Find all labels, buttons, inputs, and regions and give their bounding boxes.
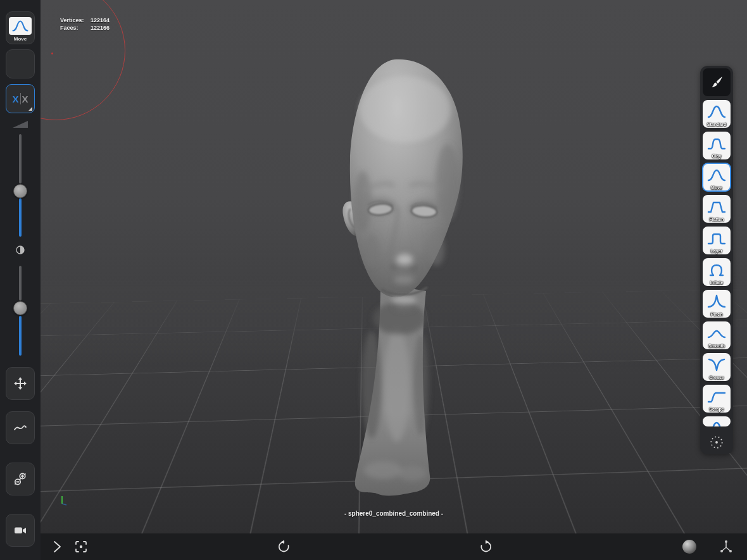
paintbrush-icon — [709, 75, 724, 90]
stroke-curve-icon — [13, 420, 28, 435]
brush-intensity-slider[interactable] — [19, 266, 22, 356]
intensity-slider-track-upper[interactable] — [19, 266, 22, 301]
add-subtract-button[interactable] — [6, 463, 35, 495]
left-toolbar: Move X X — [0, 0, 41, 560]
matcap-material-sphere[interactable] — [682, 540, 696, 554]
empty-tool-slot[interactable] — [6, 49, 35, 78]
tool-label: Clay — [703, 154, 731, 158]
symmetry-x-active: X — [12, 94, 18, 104]
stamp-toggle-button[interactable] — [703, 433, 731, 452]
camera-button[interactable] — [6, 514, 35, 547]
focus-frame-icon[interactable] — [73, 539, 89, 554]
active-tool-button[interactable]: Move — [6, 11, 35, 44]
camera-icon — [13, 523, 28, 538]
brush-radius-cursor — [41, 0, 125, 120]
expand-chevron-icon[interactable] — [49, 539, 65, 554]
radius-slider-track-lower[interactable] — [19, 198, 22, 237]
active-tool-label: Move — [14, 36, 27, 42]
tool-palette: Standard Clay Move Flatten Layer Inflate… — [700, 66, 733, 454]
tool-layer[interactable]: Layer — [703, 227, 731, 254]
redo-icon[interactable] — [479, 539, 494, 554]
brush-center-dot — [51, 53, 53, 54]
tool-label: Scrape — [703, 407, 731, 411]
move-falloff-curve-icon — [707, 167, 726, 184]
viewport-3d[interactable]: Vertices:122164 Faces:122166 - sphere0_c… — [41, 0, 747, 560]
tool-label: Inflate — [703, 280, 731, 285]
tool-standard[interactable]: Standard — [703, 100, 731, 128]
gizmo-move-button[interactable] — [6, 367, 35, 400]
symmetry-divider — [20, 93, 21, 104]
tool-label: Smooth — [703, 344, 731, 348]
crease-falloff-curve-icon — [707, 357, 726, 373]
long-press-corner-icon — [28, 107, 32, 111]
clipped-falloff-curve-icon — [707, 420, 726, 426]
tool-smooth[interactable]: Smooth — [703, 321, 731, 349]
tool-label: Crease — [703, 375, 731, 380]
intensity-slider-track-lower[interactable] — [19, 316, 22, 356]
axis-gizmo-icon[interactable] — [718, 538, 734, 555]
layer-falloff-curve-icon — [707, 230, 726, 247]
sculpted-head-model — [288, 56, 503, 499]
tool-label: Pinch — [703, 312, 731, 316]
tool-label: Layer — [703, 249, 731, 253]
pinch-falloff-curve-icon — [707, 294, 726, 310]
origin-axis-marker — [58, 495, 68, 506]
tool-label: Move — [703, 185, 731, 190]
tool-scrape[interactable]: Scrape — [703, 385, 731, 413]
scrape-falloff-curve-icon — [707, 389, 726, 405]
tool-label: Standard — [703, 122, 731, 127]
symmetry-x-mirror: X — [22, 94, 28, 104]
inflate-falloff-curve-icon — [707, 262, 726, 278]
falloff-triangle-icon[interactable] — [13, 121, 28, 128]
tool-pinch[interactable]: Pinch — [703, 290, 731, 318]
dotted-circle-stamp-icon — [708, 434, 725, 451]
stroke-curve-button[interactable] — [6, 411, 35, 444]
symmetry-toggle-button[interactable]: X X — [6, 84, 35, 113]
sculpt-app-window: Vertices:122164 Faces:122166 - sphere0_c… — [0, 0, 747, 560]
tool-move[interactable]: Move — [703, 163, 731, 191]
tool-label: Flatten — [703, 217, 731, 221]
radius-slider-handle[interactable] — [13, 184, 27, 198]
smooth-falloff-curve-icon — [707, 325, 726, 342]
tool-inflate[interactable]: Inflate — [703, 258, 731, 286]
bottom-action-bar — [41, 533, 747, 560]
clay-falloff-curve-icon — [707, 135, 726, 152]
radius-slider-track-upper[interactable] — [19, 134, 22, 184]
standard-falloff-curve-icon — [707, 104, 726, 120]
paint-tool-button[interactable] — [703, 68, 731, 96]
active-object-name: - sphere0_combined_combined - — [41, 510, 747, 517]
flatten-falloff-curve-icon — [707, 199, 726, 215]
tool-flatten[interactable]: Flatten — [703, 195, 731, 223]
zoom-add-subtract-icon — [13, 471, 28, 487]
tool-clipped[interactable] — [703, 416, 731, 426]
brush-radius-slider[interactable] — [19, 134, 22, 237]
move-falloff-curve-icon — [9, 17, 32, 35]
undo-icon[interactable] — [276, 539, 291, 554]
tool-clay[interactable]: Clay — [703, 132, 731, 159]
intensity-contrast-icon — [15, 244, 26, 258]
intensity-slider-handle[interactable] — [13, 301, 27, 315]
tool-crease[interactable]: Crease — [703, 353, 731, 381]
move-arrows-icon — [13, 376, 28, 391]
